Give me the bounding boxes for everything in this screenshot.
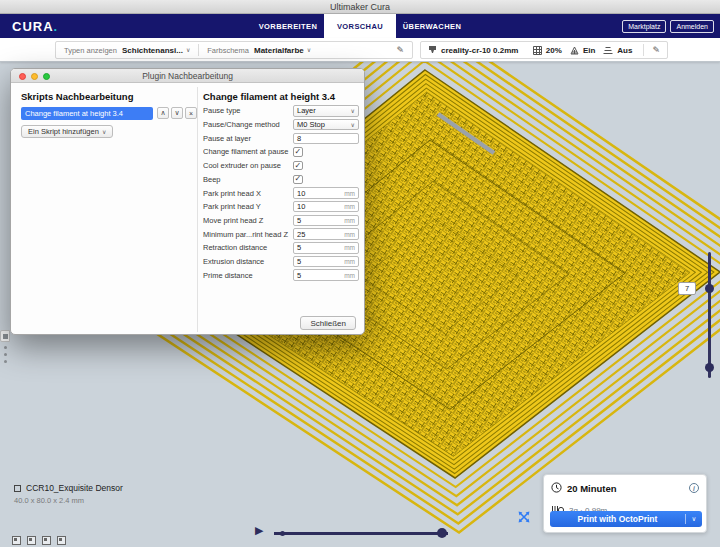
marketplace-button[interactable]: Marktplatz: [622, 20, 666, 33]
window-title: Ultimaker Cura: [330, 2, 390, 12]
cool-extruder-on-pause-checkbox[interactable]: ✓: [293, 161, 303, 171]
play-button[interactable]: ▶: [255, 525, 263, 536]
pencil-icon[interactable]: ✎: [652, 45, 660, 55]
object-info: CCR10_Exquisite Densor 40.0 x 80.0 x 2.4…: [14, 483, 123, 505]
logo-text: CURA: [12, 19, 54, 34]
check-icon: ✓: [294, 162, 301, 170]
setting-label: Park print head X: [203, 189, 293, 198]
minimum-print-head-z-input[interactable]: 25 mm: [293, 228, 359, 240]
setting-row: Park print head X 10 mm: [203, 187, 359, 199]
setting-row: Pause at layer 8: [203, 132, 359, 144]
support-value: Ein: [583, 46, 595, 55]
tab-vorbereiten[interactable]: VORBEREITEN: [252, 14, 324, 38]
input-value: 5: [297, 243, 344, 252]
input-unit: mm: [344, 217, 355, 224]
chevron-down-icon: ∨: [307, 47, 311, 53]
input-value: 5: [297, 257, 344, 266]
setting-row: Retraction distance 5 mm: [203, 242, 359, 254]
remove-script-button[interactable]: ×: [185, 107, 197, 119]
move-print-head-z-input[interactable]: 5 mm: [293, 215, 359, 227]
tab-ueberwachen[interactable]: ÜBERWACHEN: [396, 14, 468, 38]
setting-row: Move print head Z 5 mm: [203, 215, 359, 227]
input-unit: mm: [344, 244, 355, 251]
chevron-down-icon: ∨: [102, 129, 106, 135]
beep-checkbox[interactable]: ✓: [293, 175, 303, 185]
simulation-slider-track[interactable]: [274, 532, 448, 535]
setting-label: Pause type: [203, 106, 293, 115]
setting-label: Cool extruder on pause: [203, 161, 293, 170]
change-filament-at-pause-checkbox[interactable]: ✓: [293, 147, 303, 157]
chevron-down-icon[interactable]: ∨: [686, 515, 702, 523]
setting-label: Move print head Z: [203, 216, 293, 225]
setting-row: Minimum par...rint head Z 25 mm: [203, 228, 359, 240]
tool-icon[interactable]: [0, 330, 10, 342]
zoom-window-button[interactable]: [43, 73, 50, 80]
signin-button[interactable]: Anmelden: [670, 20, 714, 33]
dialog-title: Plugin Nachbearbeitung: [142, 71, 233, 81]
extrusion-distance-input[interactable]: 5 mm: [293, 256, 359, 268]
simulation-slider-start-dot: [280, 531, 285, 536]
dialog-body: Skripts Nachbearbeitung Change filament …: [11, 83, 364, 335]
tab-vorschau[interactable]: VORSCHAU: [324, 14, 396, 38]
pause-at-layer-input[interactable]: 8: [293, 133, 359, 145]
input-value: 5: [297, 271, 344, 280]
infill-value: 20%: [546, 46, 562, 55]
print-settings-card[interactable]: creality-cr-10 0.2mm 20% Ein Aus ✎: [420, 41, 668, 59]
dialog-titlebar[interactable]: Plugin Nachbearbeitung: [11, 69, 364, 83]
left-tool-panel: [0, 330, 10, 363]
close-window-button[interactable]: [19, 73, 26, 80]
view-preset-icon-4[interactable]: [57, 536, 66, 545]
selected-script-item[interactable]: Change filament at height 3.4: [21, 107, 153, 120]
print-with-octoprint-button[interactable]: Print with OctoPrint ∨: [550, 511, 702, 527]
input-value: 10: [297, 189, 344, 198]
script-settings: Pause type Layer ∨ Pause/Change method M…: [203, 105, 359, 283]
layer-slider-track[interactable]: [708, 252, 711, 378]
print-time: 20 Minuten: [567, 483, 684, 494]
add-script-label: Ein Skript hinzufügen: [28, 127, 99, 136]
setting-row: Pause/Change method M0 Stop ∨: [203, 119, 359, 131]
layer-slider-bottom-handle[interactable]: [705, 363, 714, 372]
setting-row: Park print head Y 10 mm: [203, 201, 359, 213]
divider: [198, 44, 199, 56]
minimize-window-button[interactable]: [31, 73, 38, 80]
input-unit: mm: [344, 190, 355, 197]
print-summary-card: 20 Minuten i 3g · 0.99m Print with OctoP…: [543, 474, 707, 533]
prime-distance-input[interactable]: 5 mm: [293, 269, 359, 281]
park-print-head-x-input[interactable]: 10 mm: [293, 187, 359, 199]
layer-number: 7: [685, 284, 689, 293]
select-value: M0 Stop: [297, 120, 325, 129]
move-script-up-button[interactable]: ∧: [157, 107, 169, 119]
layer-slider-top-handle[interactable]: [705, 284, 714, 293]
scripts-heading: Skripts Nachbearbeitung: [21, 91, 133, 102]
color-scheme-dropdown[interactable]: Materialfarbe: [254, 46, 304, 55]
setting-row: Pause type Layer ∨: [203, 105, 359, 117]
check-icon: ✓: [294, 148, 301, 156]
view-preset-icon-2[interactable]: [27, 536, 36, 545]
current-layer-badge: 7: [678, 282, 696, 295]
info-icon[interactable]: i: [689, 483, 699, 493]
pause-change-method-select[interactable]: M0 Stop ∨: [293, 119, 359, 131]
input-unit: mm: [344, 258, 355, 265]
pause-type-select[interactable]: Layer ∨: [293, 105, 359, 117]
setting-label: Beep: [203, 175, 293, 184]
model-name: CCR10_Exquisite Densor: [26, 483, 123, 493]
octoprint-connection-icon[interactable]: [517, 510, 531, 528]
close-dialog-button[interactable]: Schließen: [300, 316, 356, 330]
park-print-head-y-input[interactable]: 10 mm: [293, 201, 359, 213]
macos-titlebar[interactable]: Ultimaker Cura: [0, 0, 720, 14]
model-cube-icon: [14, 485, 21, 492]
adhesion-icon: [603, 46, 613, 55]
view-preset-icon-1[interactable]: [12, 536, 21, 545]
retraction-distance-input[interactable]: 5 mm: [293, 242, 359, 254]
setting-row: Cool extruder on pause ✓: [203, 160, 359, 172]
setting-label: Prime distance: [203, 271, 293, 280]
view-toolbar: Typen anzeigen Schichtenansi... ∨ Farbsc…: [0, 38, 720, 62]
move-script-down-button[interactable]: ∨: [171, 107, 183, 119]
setting-row: Prime distance 5 mm: [203, 269, 359, 281]
view-type-dropdown[interactable]: Schichtenansi...: [122, 46, 183, 55]
simulation-slider-handle[interactable]: [437, 528, 447, 538]
pencil-icon[interactable]: ✎: [396, 45, 404, 55]
input-value: 8: [297, 134, 355, 143]
view-preset-icon-3[interactable]: [42, 536, 51, 545]
add-script-button[interactable]: Ein Skript hinzufügen ∨: [21, 125, 113, 138]
